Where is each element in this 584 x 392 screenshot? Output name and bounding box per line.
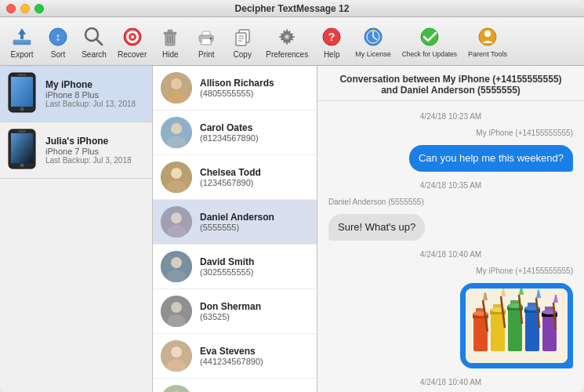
msg3-row — [328, 283, 573, 368]
svg-rect-27 — [236, 33, 246, 45]
maximize-button[interactable] — [34, 4, 44, 13]
contact-phone-daniel: (5555555) — [200, 223, 309, 232]
devices-panel: My iPhone iPhone 8 Plus Last Backup: Jul… — [0, 66, 153, 392]
contact-name-allison: Allison Richards — [200, 78, 309, 89]
device-item-my-iphone[interactable]: My iPhone iPhone 8 Plus Last Backup: Jul… — [0, 66, 152, 122]
contact-eva[interactable]: Eva Stevens (441234567890) — [153, 334, 317, 379]
svg-point-40 — [372, 30, 374, 32]
msg2-bubble: Sure! What's up? — [328, 214, 425, 241]
svg-text:↕: ↕ — [56, 31, 61, 43]
recover-button[interactable]: Recover — [113, 21, 151, 62]
contact-don[interactable]: Don Sherman (63525) — [153, 289, 317, 334]
toolbar: Export ↕ Sort Search — [0, 17, 584, 66]
svg-point-10 — [131, 35, 134, 38]
messages-header: Conversation between My iPhone (+1415555… — [317, 66, 584, 101]
msg4-timestamp: 4/24/18 10:40 AM — [328, 378, 573, 387]
svg-rect-47 — [18, 74, 26, 76]
contact-info-chelsea: Chelsea Todd (1234567890) — [200, 167, 309, 187]
contact-phone-david: (3025555555) — [200, 267, 309, 277]
contact-carol[interactable]: Carol Oates (81234567890) — [153, 111, 317, 155]
svg-rect-17 — [168, 30, 172, 33]
preferences-label: Preferences — [266, 50, 308, 59]
app-title: Decipher TextMessage 12 — [235, 3, 350, 14]
traffic-lights — [6, 4, 44, 13]
svg-marker-2 — [18, 28, 26, 39]
messages-header-line2: and Daniel Anderson (5555555) — [330, 85, 571, 96]
copy-button[interactable]: Copy — [225, 21, 259, 62]
export-button[interactable]: Export — [5, 21, 39, 62]
close-button[interactable] — [6, 4, 16, 13]
contacts-panel: Allison Richards (4805555555) Carol Oate… — [153, 66, 317, 392]
contact-david[interactable]: David Smith (3025555555) — [153, 245, 317, 289]
title-bar: Decipher TextMessage 12 — [0, 0, 584, 17]
parent-tools-button[interactable]: Parent Tools — [463, 21, 512, 61]
device-name-my-iphone: My iPhone — [45, 79, 144, 90]
help-label: Help — [324, 50, 340, 59]
msg3-sender-label: My iPhone (+14155555555) — [328, 267, 573, 275]
device-info-julias-iphone: Julia's iPhone iPhone 7 Plus Last Backup… — [45, 136, 144, 165]
svg-point-73 — [171, 347, 182, 358]
contact-name-eva: Eva Stevens — [200, 346, 309, 357]
copy-icon — [230, 24, 255, 49]
search-icon — [82, 24, 107, 49]
print-icon — [194, 24, 219, 49]
sort-button[interactable]: ↕ Sort — [41, 21, 75, 62]
contact-daniel[interactable]: Daniel Anderson (5555555) — [153, 200, 317, 245]
device-info-my-iphone: My iPhone iPhone 8 Plus Last Backup: Jul… — [45, 79, 144, 108]
svg-point-53 — [20, 164, 24, 168]
svg-point-70 — [171, 302, 182, 313]
updates-icon — [417, 24, 442, 49]
contact-info-david: David Smith (3025555555) — [200, 256, 309, 277]
updates-button[interactable]: Check for Updates — [397, 21, 462, 61]
contact-phone-don: (63525) — [200, 312, 309, 321]
device-icon-julias-iphone — [8, 129, 39, 172]
svg-point-55 — [171, 78, 182, 89]
help-icon: ? — [319, 24, 344, 49]
contact-phone-allison: (4805555555) — [200, 89, 309, 98]
contact-info-eva: Eva Stevens (441234567890) — [200, 346, 309, 366]
sort-label: Sort — [51, 50, 65, 59]
contact-phone-eva: (441234567890) — [200, 357, 309, 366]
search-button[interactable]: Search — [77, 21, 111, 62]
avatar-allison — [161, 72, 192, 103]
svg-point-67 — [171, 257, 182, 268]
export-label: Export — [11, 50, 34, 59]
contact-name-david: David Smith — [200, 256, 309, 267]
copy-label: Copy — [234, 50, 252, 59]
preferences-button[interactable]: Preferences — [261, 21, 313, 62]
svg-rect-52 — [18, 131, 26, 132]
avatar-chelsea — [161, 162, 192, 193]
contact-allison[interactable]: Allison Richards (4805555555) — [153, 66, 317, 111]
avatar-jennifer — [161, 385, 192, 392]
messages-header-line1: Conversation between My iPhone (+1415555… — [330, 74, 571, 85]
device-name-julias-iphone: Julia's iPhone — [45, 136, 144, 147]
device-item-julias-iphone[interactable]: Julia's iPhone iPhone 7 Plus Last Backup… — [0, 122, 152, 179]
help-button[interactable]: ? Help — [314, 21, 349, 62]
print-button[interactable]: Print — [189, 21, 223, 62]
contact-info-carol: Carol Oates (81234567890) — [200, 122, 309, 143]
main-content: My iPhone iPhone 8 Plus Last Backup: Jul… — [0, 66, 584, 392]
contact-name-don: Don Sherman — [200, 301, 309, 312]
contact-info-daniel: Daniel Anderson (5555555) — [200, 212, 309, 232]
contact-jennifer[interactable]: Jennifer Plate (2135555555) — [153, 379, 317, 392]
contact-phone-carol: (81234567890) — [200, 133, 309, 143]
svg-point-48 — [20, 107, 24, 111]
avatar-carol — [161, 117, 192, 148]
svg-text:?: ? — [328, 31, 336, 43]
contact-phone-chelsea: (1234567890) — [200, 178, 309, 187]
contact-name-carol: Carol Oates — [200, 122, 309, 133]
svg-point-25 — [210, 37, 212, 39]
license-button[interactable]: My License — [350, 21, 396, 61]
contact-chelsea[interactable]: Chelsea Todd (1234567890) — [153, 155, 317, 200]
svg-rect-1 — [13, 42, 31, 45]
hide-button[interactable]: Hide — [153, 21, 187, 62]
sort-icon: ↕ — [45, 24, 71, 49]
updates-label: Check for Updates — [402, 50, 457, 58]
paint-cans-image — [466, 289, 568, 363]
msg3-bubble-image — [460, 283, 573, 368]
msg2-sender-label: Daniel Anderson (5555555) — [328, 198, 573, 206]
svg-point-33 — [285, 35, 288, 38]
recover-icon — [120, 24, 145, 49]
svg-line-6 — [96, 39, 102, 45]
minimize-button[interactable] — [20, 4, 30, 13]
